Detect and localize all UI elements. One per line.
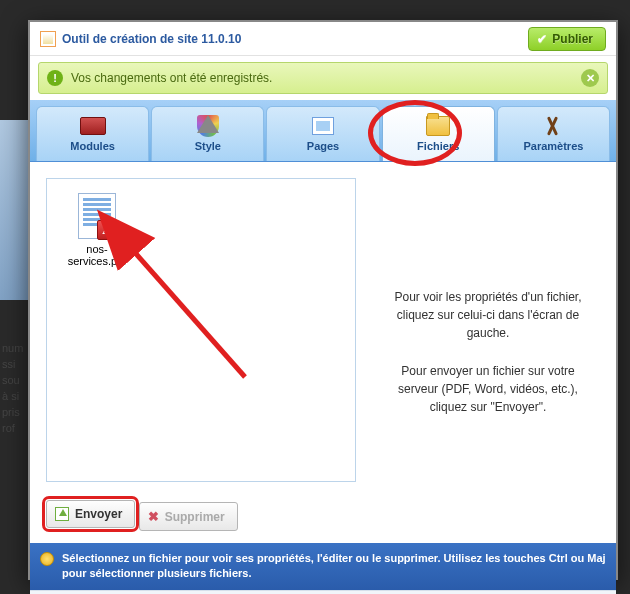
tab-label: Paramètres bbox=[523, 140, 583, 152]
lightbulb-icon bbox=[40, 552, 54, 566]
file-item[interactable]: A nos-services.pdf bbox=[57, 189, 137, 271]
files-icon bbox=[426, 116, 450, 136]
modules-icon bbox=[80, 117, 106, 135]
background-photo-fragment bbox=[0, 120, 28, 300]
tab-pages[interactable]: Pages bbox=[266, 106, 379, 161]
success-notice: ! Vos changements ont été enregistrés. ✕ bbox=[38, 62, 608, 94]
dialog-title: Outil de création de site 11.0.10 bbox=[62, 32, 241, 46]
file-actions: Envoyer ✖ Supprimer bbox=[30, 500, 616, 543]
settings-icon bbox=[542, 115, 564, 137]
main-tabs: Modules Style Pages Fichiers Paramètres bbox=[30, 100, 616, 162]
check-icon: ✔ bbox=[537, 32, 547, 46]
tab-label: Style bbox=[195, 140, 221, 152]
tab-label: Fichiers bbox=[417, 140, 459, 152]
info-text-2: Pour envoyer un fichier sur votre serveu… bbox=[386, 362, 590, 416]
info-text-1: Pour voir les propriétés d'un fichier, c… bbox=[386, 288, 590, 342]
tab-style[interactable]: Style bbox=[151, 106, 264, 161]
upload-icon bbox=[55, 507, 69, 521]
tab-modules[interactable]: Modules bbox=[36, 106, 149, 161]
content-area: A nos-services.pdf Pour voir les proprié… bbox=[30, 162, 616, 500]
success-icon: ! bbox=[47, 70, 63, 86]
publish-label: Publier bbox=[552, 32, 593, 46]
tip-bar: Sélectionnez un fichier pour voir ses pr… bbox=[30, 543, 616, 590]
titlebar: Outil de création de site 11.0.10 ✔ Publ… bbox=[30, 22, 616, 56]
delete-button[interactable]: ✖ Supprimer bbox=[139, 502, 238, 531]
pdf-badge-icon: A bbox=[97, 220, 117, 240]
style-icon bbox=[197, 115, 219, 137]
send-label: Envoyer bbox=[75, 507, 122, 521]
file-list-panel[interactable]: A nos-services.pdf bbox=[46, 178, 356, 482]
delete-icon: ✖ bbox=[148, 509, 159, 524]
document-icon: A bbox=[78, 193, 116, 239]
tab-label: Pages bbox=[307, 140, 339, 152]
tab-label: Modules bbox=[70, 140, 115, 152]
tab-files[interactable]: Fichiers bbox=[382, 106, 495, 161]
send-button[interactable]: Envoyer bbox=[46, 500, 135, 528]
notice-close-button[interactable]: ✕ bbox=[581, 69, 599, 87]
app-icon bbox=[40, 31, 56, 47]
footer-bar: Enregistrer ▼ Revenir en arrière ▼ Aide … bbox=[30, 590, 616, 594]
tip-text: Sélectionnez un fichier pour voir ses pr… bbox=[62, 551, 606, 582]
site-builder-dialog: Outil de création de site 11.0.10 ✔ Publ… bbox=[28, 20, 618, 580]
publish-button[interactable]: ✔ Publier bbox=[528, 27, 606, 51]
tab-settings[interactable]: Paramètres bbox=[497, 106, 610, 161]
file-name: nos-services.pdf bbox=[61, 243, 133, 267]
info-panel: Pour voir les propriétés d'un fichier, c… bbox=[376, 178, 600, 484]
pages-icon bbox=[312, 117, 334, 135]
delete-label: Supprimer bbox=[165, 510, 225, 524]
background-text-fragment: numssisouà siprisrof bbox=[2, 340, 28, 436]
notice-text: Vos changements ont été enregistrés. bbox=[71, 71, 272, 85]
